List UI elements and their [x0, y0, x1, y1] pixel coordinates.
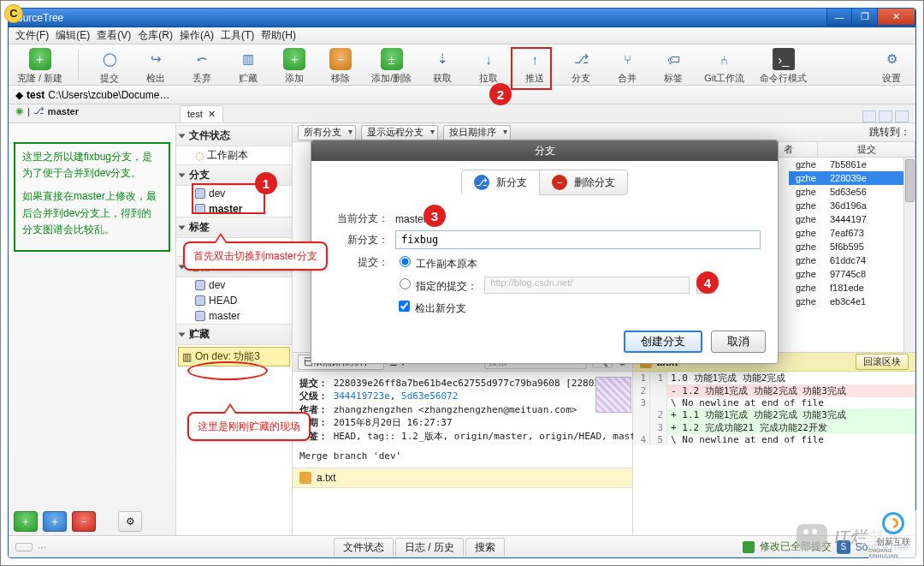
nav-working-copy[interactable]: ◌工作副本	[176, 146, 292, 164]
history-row[interactable]: gzhe3444197	[789, 212, 915, 226]
tb-commit[interactable]: ◯提交	[94, 48, 125, 85]
input-commit-hash[interactable]: http://blog.csdn.net/	[484, 277, 690, 294]
toolbar: ＋克隆 / 新建 ◯提交 ↪检出 ⤺丢弃 ▥贮藏 ＋添加 －移除 ±添加/删除 …	[9, 45, 915, 86]
history-row[interactable]: gzhe228039e	[789, 171, 915, 185]
nav-remote-dev[interactable]: dev	[176, 277, 292, 293]
tb-stash[interactable]: ▥贮藏	[233, 48, 264, 85]
scroll-thumb[interactable]	[905, 159, 915, 202]
tb-add-label: 添加	[285, 72, 304, 85]
layout-icon-1[interactable]	[862, 110, 876, 122]
radio-specific-commit[interactable]: 指定的提交：	[395, 276, 477, 294]
menu-view[interactable]: 查看(V)	[97, 28, 131, 43]
sb-btn-add-remote[interactable]: ＋	[43, 511, 67, 532]
sec-branches[interactable]: 分支	[176, 164, 292, 186]
diff-line: 2+ 1.1 功能1完成 功能2完成 功能3完成	[633, 408, 915, 421]
sb-tab-filestatus[interactable]: 文件状态	[334, 538, 394, 557]
sec-filestatus[interactable]: 文件状态	[176, 125, 292, 146]
tb-pull[interactable]: ↓拉取	[473, 48, 504, 85]
tb-fetch[interactable]: ⇣获取	[427, 48, 458, 85]
nav-remote-head[interactable]: HEAD	[176, 293, 292, 308]
sec-tags[interactable]: 标签	[176, 217, 292, 238]
history-row[interactable]: gzhe97745c8	[789, 267, 915, 281]
sb-btn-remove[interactable]: －	[72, 511, 96, 532]
note-green: 这里之所以建fixbug分支，是为了便于合并到dev分支。 如果直接在maste…	[14, 142, 170, 252]
close-button[interactable]: ✕	[878, 9, 915, 26]
parent-link-2[interactable]: 5d63e56072	[401, 390, 458, 402]
nav-branch-dev[interactable]: dev	[176, 186, 292, 201]
tb-tag[interactable]: 🏷标签	[658, 48, 689, 85]
parent-link-1[interactable]: 344419723e	[334, 390, 390, 402]
toolbar-sep	[78, 50, 79, 80]
diff-line: 11 1.0 功能1完成 功能2完成	[633, 372, 915, 384]
sb-tab-log[interactable]: 日志 / 历史	[395, 538, 464, 557]
diff-line: 3\ No newline at end of file	[633, 397, 915, 408]
history-row[interactable]: gzhef181ede	[789, 281, 915, 295]
callout-stash: 这里是刚刚贮藏的现场	[187, 412, 311, 441]
commit-message: Merge branch 'dev'	[299, 450, 625, 462]
dd-sort-date[interactable]: 按日期排序	[443, 125, 511, 140]
history-row[interactable]: gzhe7b5861e	[789, 158, 915, 171]
checkout-icon: ↪	[145, 48, 167, 70]
sb-btn-settings[interactable]: ⚙	[118, 511, 142, 532]
history-row[interactable]: gzhe5d63e56	[789, 185, 915, 199]
tb-commit-label: 提交	[100, 72, 119, 85]
dialog-tab-new[interactable]: ⎇ 新分支	[461, 170, 540, 195]
pull-icon: ↓	[477, 48, 500, 70]
tab-close-icon[interactable]: ✕	[208, 109, 216, 120]
branch-new-icon: ⎇	[474, 175, 489, 190]
menubar: 文件(F) 编辑(E) 查看(V) 仓库(R) 操作(A) 工具(T) 帮助(H…	[9, 27, 915, 45]
db-plus-icon: ＋	[29, 48, 51, 70]
tb-gitflow[interactable]: ⑃Git工作流	[704, 48, 744, 85]
scrollbar[interactable]	[903, 158, 915, 352]
input-new-branch[interactable]	[395, 230, 761, 249]
tab-test[interactable]: test ✕	[180, 105, 223, 122]
dd-show-remote[interactable]: 显示远程分支	[361, 125, 438, 140]
menu-file[interactable]: 文件(F)	[15, 28, 49, 43]
menu-edit[interactable]: 编辑(E)	[56, 28, 90, 43]
tb-settings[interactable]: ⚙设置	[876, 48, 907, 85]
menu-help[interactable]: 帮助(H)	[261, 28, 296, 43]
tb-push[interactable]: ↑推送	[519, 48, 550, 85]
file-entry[interactable]: a.txt	[293, 468, 632, 488]
tb-merge[interactable]: ⑂合并	[612, 48, 643, 85]
nav-stash-item[interactable]: ▥On dev: 功能3	[178, 347, 290, 366]
dialog-tab-delete[interactable]: － 删除分支	[540, 170, 628, 195]
status-handle-icon	[15, 543, 33, 551]
history-row[interactable]: gzhe5f6b595	[789, 240, 915, 253]
history-row[interactable]: gzhe61ddc74	[789, 253, 915, 267]
history-row[interactable]: gzheeb3c4e1	[789, 295, 915, 308]
sec-stash[interactable]: 贮藏	[176, 324, 292, 345]
minimize-button[interactable]: —	[826, 9, 852, 26]
tb-add[interactable]: ＋添加	[279, 48, 310, 85]
tb-branch[interactable]: ⎇分支	[566, 48, 596, 85]
sb-tab-search[interactable]: 搜索	[465, 538, 505, 557]
nav-remote-master[interactable]: master	[176, 308, 292, 324]
dd-all-branches[interactable]: 所有分支	[298, 125, 356, 140]
tb-checkout[interactable]: ↪检出	[140, 48, 171, 85]
tb-remove[interactable]: －移除	[325, 48, 356, 85]
tb-clone[interactable]: ＋克隆 / 新建	[17, 48, 62, 85]
menu-repo[interactable]: 仓库(R)	[138, 28, 173, 43]
sb-btn-add[interactable]: ＋	[14, 511, 38, 532]
maximize-button[interactable]: ❐	[852, 9, 878, 26]
hist-col-author: 者	[777, 142, 818, 157]
menu-tools[interactable]: 工具(T)	[221, 28, 254, 43]
tb-cli[interactable]: ›_命令行模式	[760, 48, 807, 85]
btn-create-branch[interactable]: 创建分支	[624, 331, 702, 353]
revert-hunk-button[interactable]: 回滚区块	[856, 354, 909, 370]
layout-icon-3[interactable]	[895, 110, 909, 122]
browse-commit-button[interactable]: ···	[696, 277, 715, 294]
diff-line: 2- 1.2 功能1完成 功能2完成 功能3完成	[633, 384, 915, 397]
lbl-commit: 提交：	[329, 255, 388, 270]
radio-working-copy[interactable]: 工作副本原本	[395, 253, 477, 271]
history-row[interactable]: gzhe36d196a	[789, 199, 915, 212]
tag-icon: 🏷	[662, 48, 684, 70]
chk-checkout-new[interactable]: 检出新分支	[395, 298, 466, 316]
tb-addremove[interactable]: ±添加/删除	[371, 48, 412, 85]
layout-icon-2[interactable]	[879, 110, 892, 122]
history-row[interactable]: gzhe7eaf673	[789, 226, 915, 240]
menu-action[interactable]: 操作(A)	[180, 28, 214, 43]
nav-branch-master[interactable]: master	[176, 201, 292, 217]
btn-cancel[interactable]: 取消	[711, 331, 766, 353]
tb-discard[interactable]: ⤺丢弃	[187, 48, 217, 85]
